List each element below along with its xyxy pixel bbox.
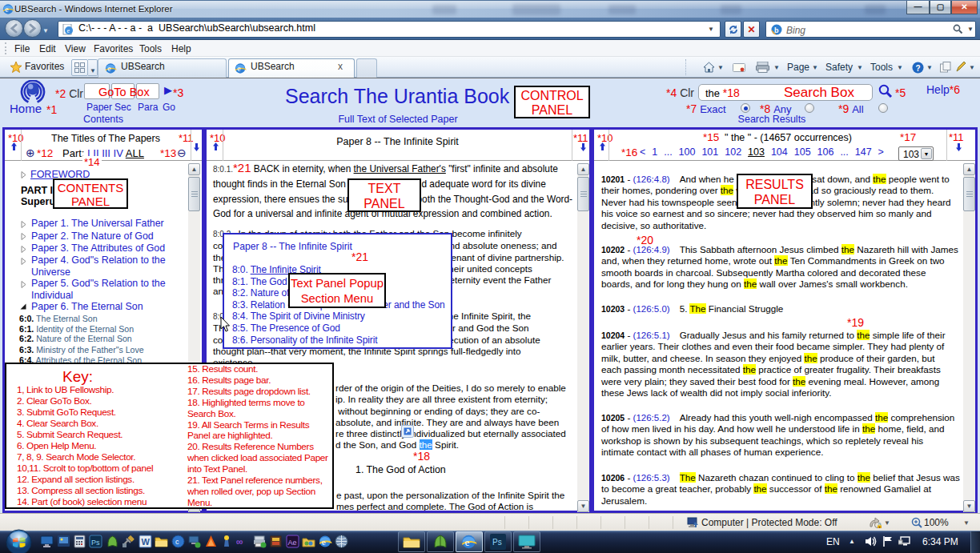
- svg-text:b: b: [774, 26, 779, 34]
- svg-text:e: e: [108, 64, 111, 73]
- svg-text:c: c: [175, 538, 179, 546]
- svg-text:?: ?: [916, 64, 921, 73]
- svg-text:∞: ∞: [236, 536, 243, 547]
- svg-text:🔒: 🔒: [876, 522, 882, 528]
- svg-text:e: e: [465, 536, 470, 548]
- svg-text:Ps: Ps: [492, 538, 502, 547]
- svg-text:e: e: [322, 537, 326, 547]
- svg-text:e: e: [238, 64, 241, 73]
- svg-text:Ae: Ae: [288, 539, 297, 547]
- svg-text:Ps: Ps: [91, 539, 100, 547]
- svg-text:e: e: [6, 5, 9, 14]
- svg-text:e: e: [67, 27, 70, 34]
- svg-text:W: W: [142, 537, 151, 547]
